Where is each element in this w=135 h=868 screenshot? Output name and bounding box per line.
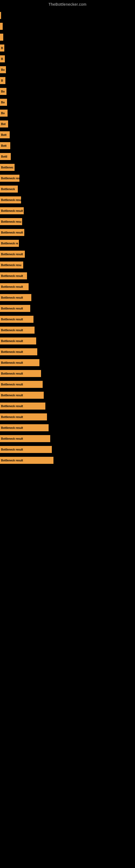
bar: Bottleneck result — [0, 370, 41, 377]
bar: Bottleneck resu — [0, 261, 23, 269]
bar: Bottleneck resu — [0, 196, 21, 204]
bar: Bott — [0, 142, 10, 149]
bar-label: Bot — [1, 123, 6, 126]
bar: B — [0, 77, 5, 84]
bar-label: Bottleneck result — [1, 296, 23, 299]
bar-row: Bottl — [0, 151, 135, 162]
bar-row: Bottleneck result — [0, 433, 135, 444]
bar: Bottlenec — [0, 164, 14, 171]
bar-row: Bottleneck result — [0, 271, 135, 281]
bar: B — [0, 55, 5, 62]
bar-row: Bottleneck result — [0, 401, 135, 411]
bar-label: Bottleneck result — [1, 318, 23, 321]
bar-label: Bottleneck res — [1, 177, 19, 180]
bar-row — [0, 21, 135, 31]
bar: Bottleneck result — [0, 403, 45, 410]
bar-label: Bo — [1, 90, 5, 93]
bar-row: Bottleneck result — [0, 368, 135, 379]
bar: Bottleneck result — [0, 457, 53, 464]
bar: Bo — [0, 99, 7, 106]
bar-row: Bo — [0, 65, 135, 75]
bar: Bottleneck result — [0, 294, 31, 301]
bar-row: Bottleneck result — [0, 227, 135, 238]
bar-row: Bot — [0, 119, 135, 129]
bar-label: Bottleneck result — [1, 275, 23, 278]
bar-row: Bottleneck result — [0, 325, 135, 335]
bar: Bottleneck result — [0, 446, 52, 453]
bar-row: Bottleneck result — [0, 249, 135, 259]
bar: Bottleneck result — [0, 337, 36, 344]
bar-label: Bottleneck result — [1, 459, 23, 462]
bar-row: Bottleneck result — [0, 423, 135, 433]
bar-label: Bottleneck result — [1, 405, 23, 408]
bar-label: Bottleneck result — [1, 448, 23, 451]
bar-row: B — [0, 54, 135, 64]
bar-label: Bottleneck resu — [1, 264, 21, 267]
bar-label: Bottleneck result — [1, 231, 23, 234]
bar-label: Bottleneck result — [1, 340, 23, 343]
bars-container: BBBoBBoBoBoBotBottBottBottlBottlenecBott… — [0, 8, 135, 469]
bar: Bott — [0, 131, 10, 138]
bar: Bottleneck re — [0, 240, 19, 247]
bar: Bottleneck result — [0, 207, 24, 214]
bar-label: Bottleneck result — [1, 361, 23, 364]
bar-row: Bottleneck result — [0, 314, 135, 324]
bar-row: Bottleneck resu — [0, 195, 135, 205]
bar-row: Bottleneck result — [0, 347, 135, 357]
bar-row: Bott — [0, 141, 135, 151]
bar: Bo — [0, 88, 6, 95]
bar-label: Bottleneck — [1, 188, 15, 191]
bar-row: Bottleneck result — [0, 455, 135, 465]
bar-row — [0, 10, 135, 21]
bar-row — [0, 32, 135, 42]
bar-row: Bottleneck result — [0, 336, 135, 346]
bar: Bottleneck result — [0, 392, 44, 399]
bar-row: Bottleneck result — [0, 358, 135, 368]
bar-label: Bottleneck result — [1, 350, 23, 353]
bar-label: Bottleneck resu — [1, 198, 21, 202]
bar-row: Bottleneck result — [0, 412, 135, 422]
bar-row: B — [0, 43, 135, 53]
bar-label: Bottleneck result — [1, 209, 23, 212]
bar-label: Bottleneck resu — [1, 220, 21, 223]
bar-row: B — [0, 75, 135, 86]
bar: Bot — [0, 120, 8, 127]
bar-label: Bott — [1, 133, 6, 136]
bar: Bottleneck result — [0, 359, 39, 366]
bar-row: Bottlenec — [0, 162, 135, 173]
bar-label: Bottlenec — [1, 166, 13, 169]
bar-row: Bo — [0, 108, 135, 118]
bar-row: Bott — [0, 130, 135, 140]
bar-row: Bottleneck result — [0, 379, 135, 390]
bar-label: Bottleneck re — [1, 242, 18, 245]
bar-label: Bottleneck result — [1, 307, 23, 310]
bar: Bottl — [0, 153, 11, 160]
site-title: TheBottlenecker.com — [0, 0, 135, 8]
bar-label: Bottleneck result — [1, 383, 23, 386]
bar-label: Bottleneck result — [1, 372, 23, 375]
bar-row: Bottleneck result — [0, 444, 135, 455]
bar-row: Bottleneck result — [0, 206, 135, 216]
bar — [0, 12, 1, 19]
bar-label: Bott — [1, 144, 6, 147]
bar: Bottleneck result — [0, 272, 27, 279]
bar: Bottleneck result — [0, 348, 37, 355]
bar-row: Bottleneck result — [0, 292, 135, 303]
bar: Bottleneck result — [0, 327, 35, 334]
bar-row: Bottleneck res — [0, 173, 135, 183]
bar-label: Bottleneck result — [1, 437, 23, 440]
bar-label: Bo — [1, 101, 5, 104]
bar: Bottleneck result — [0, 424, 49, 431]
bar — [0, 23, 3, 30]
bar-label: Bottleneck result — [1, 415, 23, 418]
bar-row: Bottleneck — [0, 184, 135, 194]
bar: Bottleneck res — [0, 175, 19, 182]
bar-row: Bottleneck re — [0, 238, 135, 248]
bar-label: Bottleneck result — [1, 329, 23, 332]
bar: Bottleneck result — [0, 283, 29, 290]
bar-label: Bottleneck result — [1, 285, 23, 288]
bar: Bo — [0, 110, 8, 117]
bar: Bottleneck result — [0, 305, 30, 312]
bar-row: Bottleneck result — [0, 390, 135, 400]
bar-label: B — [1, 79, 3, 82]
